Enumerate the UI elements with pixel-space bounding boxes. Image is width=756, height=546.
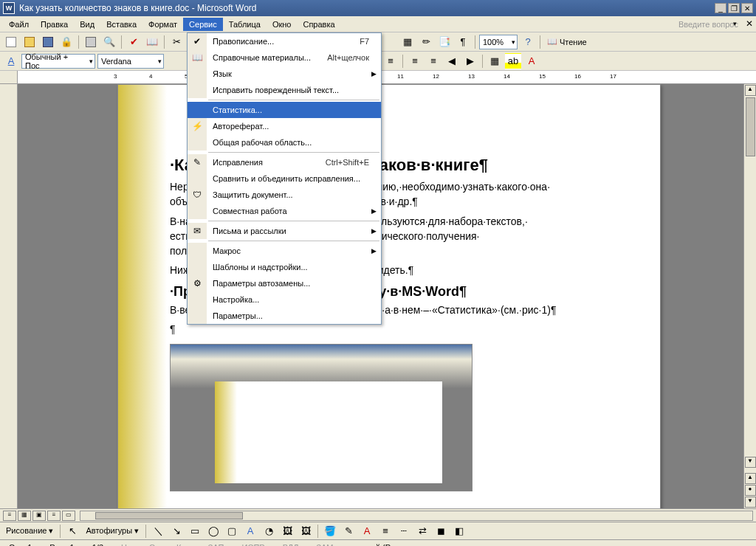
browse-object-button[interactable]: ● <box>745 485 756 496</box>
help-dropdown-icon[interactable]: ▾ <box>733 20 737 27</box>
vertical-scrollbar[interactable]: ▲ ▼ ▲ ● ▼ <box>743 84 756 508</box>
autoshapes-menu[interactable]: Автофигуры ▾ <box>83 526 142 536</box>
help-button[interactable]: ? <box>520 34 536 50</box>
minimize-button[interactable]: _ <box>715 3 726 13</box>
vertical-ruler[interactable] <box>0 84 18 508</box>
document-map-button[interactable]: 📑 <box>436 34 453 50</box>
print-view-button[interactable]: ▣ <box>32 511 46 521</box>
wordart-button[interactable]: A <box>242 523 258 539</box>
3d-button[interactable]: ◧ <box>451 523 467 539</box>
font-combo[interactable]: Verdana <box>97 54 164 69</box>
next-page-button[interactable]: ▼ <box>745 497 756 508</box>
rectangle-button[interactable]: ▭ <box>187 523 203 539</box>
close-document-button[interactable]: ✕ <box>746 18 753 29</box>
open-button[interactable] <box>21 34 38 50</box>
font-color-draw-button[interactable]: A <box>359 523 375 539</box>
numbering-button[interactable]: ≡ <box>407 53 423 69</box>
document-scroll[interactable]: ·Как·узнать·количество·знаков·в·книге¶ Н… <box>18 84 756 508</box>
borders-button[interactable]: ▦ <box>487 53 503 69</box>
research-button[interactable]: 📖 <box>144 34 160 50</box>
permission-button[interactable]: 🔒 <box>58 34 75 50</box>
status-mode-rec[interactable]: ЗАП <box>204 543 229 547</box>
zoom-combo[interactable]: 100% <box>479 35 518 49</box>
shadow-button[interactable]: ◼ <box>433 523 449 539</box>
diagram-button[interactable]: ◔ <box>261 523 277 539</box>
cut-button[interactable]: ✂ <box>168 34 185 50</box>
hscroll-thumb[interactable] <box>95 512 243 519</box>
font-color-button[interactable]: A <box>523 53 540 69</box>
save-button[interactable] <box>40 34 56 50</box>
menu-item-шаблоны-и-надстройки[interactable]: Шаблоны и надстройки... <box>188 259 381 275</box>
drawing-menu[interactable]: Рисование ▾ <box>3 526 56 536</box>
close-button[interactable]: ✕ <box>741 3 753 13</box>
bullets-button[interactable]: ≡ <box>425 53 441 69</box>
menu-item-сравнить-и-объединить-исправления[interactable]: Сравнить и объединить исправления... <box>188 170 381 187</box>
menu-view[interactable]: Вид <box>74 18 100 31</box>
arrow-button[interactable]: ↘ <box>168 523 185 539</box>
menu-item-параметры[interactable]: Параметры... <box>188 308 381 324</box>
menu-window[interactable]: Окно <box>267 18 298 31</box>
drawing-toggle-button[interactable]: ✏ <box>418 34 434 50</box>
picture-button[interactable]: 🖼 <box>298 523 314 539</box>
menu-insert[interactable]: Вставка <box>100 18 142 31</box>
menu-item-общая-рабочая-область[interactable]: Общая рабочая область... <box>188 134 381 151</box>
embedded-screenshot-image[interactable] <box>170 344 472 491</box>
line-button[interactable]: ＼ <box>150 523 166 539</box>
new-doc-button[interactable] <box>3 34 19 50</box>
menu-item-письма-и-рассылки[interactable]: ✉Письма и рассылки▶ <box>188 223 381 239</box>
menu-item-исправить-поврежденный-текст[interactable]: Исправить поврежденный текст... <box>188 82 381 98</box>
menu-item-защитить-документ[interactable]: 🛡Защитить документ... <box>188 187 381 203</box>
styles-pane-button[interactable]: A <box>3 53 19 69</box>
outline-view-button[interactable]: ≡ <box>47 511 61 521</box>
menu-file[interactable]: Файл <box>3 18 35 31</box>
scroll-down-button[interactable]: ▼ <box>745 457 756 468</box>
menu-edit[interactable]: Правка <box>35 18 74 31</box>
horizontal-scrollbar[interactable] <box>80 511 753 521</box>
prev-page-button[interactable]: ▲ <box>745 473 756 484</box>
reading-mode-button[interactable]: 📖 Чтение <box>544 37 590 46</box>
arrow-style-button[interactable]: ⇄ <box>414 523 430 539</box>
select-objects-button[interactable]: ↖ <box>64 523 80 539</box>
menu-item-статистика[interactable]: Статистика... <box>188 102 381 118</box>
line-spacing-button[interactable]: ≡ <box>382 53 399 69</box>
line-color-button[interactable]: ✎ <box>340 523 357 539</box>
status-language[interactable]: русский (Ро <box>347 543 399 547</box>
menu-table[interactable]: Таблица <box>223 18 267 31</box>
web-view-button[interactable]: ▦ <box>18 511 31 521</box>
clipart-button[interactable]: 🖼 <box>279 523 295 539</box>
menu-format[interactable]: Формат <box>142 18 183 31</box>
spellcheck-button[interactable]: ✔ <box>126 34 142 50</box>
textbox-button[interactable]: ▢ <box>224 523 240 539</box>
line-style-button[interactable]: ≡ <box>377 523 394 539</box>
print-button[interactable] <box>83 34 99 50</box>
menu-item-язык[interactable]: Язык▶ <box>188 66 381 82</box>
menu-item-макрос[interactable]: Макрос▶ <box>188 243 381 259</box>
menu-item-правописание[interactable]: ✔Правописание...F7 <box>188 33 381 49</box>
menu-item-справочные-материалы[interactable]: 📖Справочные материалы...Alt+щелчок <box>188 49 381 66</box>
columns-button[interactable]: ▦ <box>399 34 416 50</box>
menu-tools[interactable]: Сервис <box>183 18 223 31</box>
scroll-thumb[interactable] <box>746 97 755 156</box>
print-preview-button[interactable]: 🔍 <box>101 34 117 50</box>
normal-view-button[interactable]: ≡ <box>3 511 16 521</box>
scroll-up-button[interactable]: ▲ <box>745 85 756 96</box>
increase-indent-button[interactable]: ▶ <box>462 53 478 69</box>
menu-item-исправления[interactable]: ✎ИсправленияCtrl+Shift+E <box>188 154 381 170</box>
oval-button[interactable]: ◯ <box>205 523 221 539</box>
menu-item-совместная-работа[interactable]: Совместная работа▶ <box>188 203 381 219</box>
decrease-indent-button[interactable]: ◀ <box>444 53 460 69</box>
menu-item-настройка[interactable]: Настройка... <box>188 291 381 308</box>
help-search-box[interactable]: Введите вопрос <box>678 20 753 29</box>
status-mode-trk[interactable]: ИСПР <box>238 543 269 547</box>
reading-view-button[interactable]: ▭ <box>62 511 75 521</box>
menu-item-параметры-автозамены[interactable]: ⚙Параметры автозамены... <box>188 275 381 291</box>
show-marks-button[interactable]: ¶ <box>455 34 471 50</box>
fill-color-button[interactable]: 🪣 <box>322 523 338 539</box>
dash-style-button[interactable]: ┄ <box>396 523 412 539</box>
style-combo[interactable]: Обычный + Пос <box>21 54 95 69</box>
status-mode-ext[interactable]: ВДЛ <box>278 543 303 547</box>
status-mode-ovr[interactable]: ЗАМ <box>312 543 337 547</box>
menu-help[interactable]: Справка <box>297 18 340 31</box>
menu-item-автореферат[interactable]: ⚡Автореферат... <box>188 118 381 134</box>
maximize-button[interactable]: ❐ <box>728 3 740 13</box>
